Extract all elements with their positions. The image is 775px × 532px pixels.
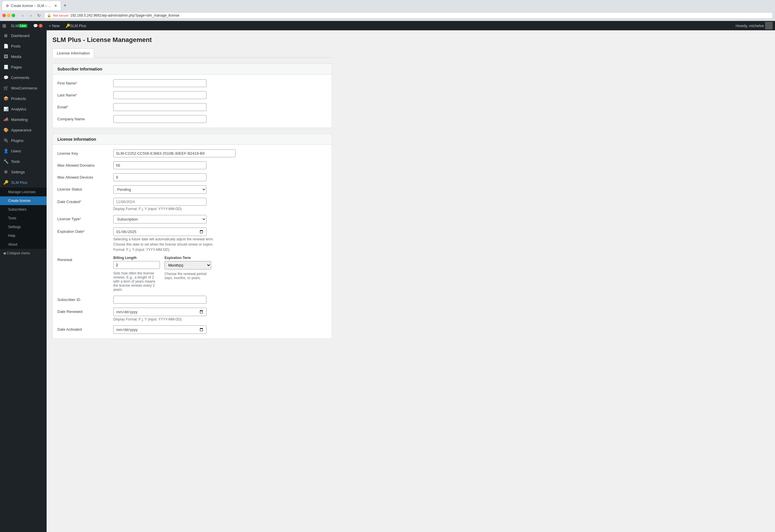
sidebar-item-manage-licenses[interactable]: Manage Licenses: [0, 188, 47, 196]
sidebar-item-marketing[interactable]: 📣 Marketing: [0, 114, 47, 125]
sidebar-item-tools-sub[interactable]: Tools: [0, 214, 47, 222]
sidebar-item-label: Marketing: [11, 117, 28, 122]
sidebar-item-dashboard[interactable]: ⊞ Dashboard: [0, 30, 47, 41]
address-bar[interactable]: 🔒 Not secure 192.168.5.242:9681/wp-admin…: [44, 12, 773, 19]
license-type-select[interactable]: Subscription Perpetual Lifetime: [113, 215, 206, 223]
new-tab-button[interactable]: +: [61, 1, 69, 10]
expiration-date-help-3: Format: F j, Y (input: YYYY-MM-DD).: [113, 247, 327, 252]
collapse-menu-button[interactable]: ◀ Collapse menu: [0, 249, 47, 257]
topbar-right: Howdy, michelve: [736, 22, 773, 29]
subscriber-id-input[interactable]: [113, 296, 206, 304]
date-created-input[interactable]: [113, 198, 206, 206]
license-type-row: License Type* Subscription Perpetual Lif…: [57, 215, 327, 223]
sidebar-item-users[interactable]: 👤 Users: [0, 146, 47, 156]
license-type-label: License Type*: [57, 215, 110, 221]
user-avatar: [765, 22, 773, 29]
browser-nav: ‹ › ↻: [19, 12, 43, 19]
sidebar-submenu-label: Create license: [8, 199, 31, 203]
sidebar-item-create-license[interactable]: Create license: [0, 196, 47, 205]
first-name-required: *: [76, 81, 77, 85]
sidebar-item-label: Plugins: [11, 138, 24, 143]
pages-icon: 📃: [3, 64, 9, 70]
plugins-icon: 🔌: [3, 137, 9, 143]
billing-length-help: Sets how often the license renews. E.g.,…: [113, 271, 160, 292]
license-key-field: [113, 149, 327, 157]
license-status-select[interactable]: Pending Active Blocked Expired: [113, 185, 206, 194]
sidebar-item-label: Media: [11, 54, 21, 59]
sidebar-item-comments[interactable]: 💬 Comments: [0, 72, 47, 83]
date-renewed-label: Date Renewed: [57, 308, 110, 314]
billing-length-input[interactable]: [113, 261, 160, 269]
sidebar-item-label: Analytics: [11, 107, 26, 111]
topbar-site-name[interactable]: SLM Live: [8, 21, 30, 30]
expiration-term-select[interactable]: Day(s) Month(s) Year(s): [164, 261, 211, 270]
email-field: [113, 103, 327, 111]
expiration-date-row: Expiration Date* Selecting a future date…: [57, 227, 327, 252]
woocommerce-icon: 🛒: [3, 85, 9, 91]
products-icon: 📦: [3, 96, 9, 101]
wp-main: SLM Plus - License Management License In…: [47, 30, 775, 532]
date-created-field: Display Format: F j, Y (input: YYYY-MM-D…: [113, 198, 327, 211]
sidebar-item-settings[interactable]: ⚙ Settings: [0, 167, 47, 177]
maximize-window-button[interactable]: [12, 14, 15, 17]
sidebar-item-media[interactable]: 🖼 Media: [0, 51, 47, 62]
last-name-row: Last Name*: [57, 91, 327, 99]
sidebar-item-woocommerce[interactable]: 🛒 WooCommerce: [0, 83, 47, 93]
sidebar-item-label: WooCommerce: [11, 86, 37, 90]
expiration-date-input[interactable]: [113, 227, 206, 236]
company-name-label: Company Name: [57, 115, 110, 121]
tools-icon: 🔧: [3, 158, 9, 164]
email-input[interactable]: [113, 103, 206, 111]
sidebar-submenu-label: Help: [8, 234, 15, 238]
tab-nav: License Information: [52, 48, 332, 58]
sidebar-item-subscribers[interactable]: Subscribers: [0, 205, 47, 214]
topbar-slm-plus[interactable]: 🔑 SLM Plus: [63, 21, 89, 30]
sidebar-item-tools[interactable]: 🔧 Tools: [0, 156, 47, 167]
close-tab-icon[interactable]: ✕: [54, 4, 57, 8]
wp-favicon: ⚙: [6, 4, 9, 8]
tab-license-information[interactable]: License Information: [52, 48, 94, 58]
first-name-input[interactable]: [113, 79, 206, 87]
date-activated-input[interactable]: [113, 326, 206, 334]
company-name-input[interactable]: [113, 115, 206, 123]
sidebar-item-settings-sub[interactable]: Settings: [0, 222, 47, 231]
renewal-label: Renewal: [57, 256, 110, 262]
max-domains-input[interactable]: [113, 161, 206, 169]
max-devices-input[interactable]: [113, 173, 206, 181]
sidebar-item-label: Products: [11, 96, 26, 101]
license-section-header: License Information: [52, 134, 332, 145]
sidebar-item-posts[interactable]: 📄 Posts: [0, 41, 47, 51]
browser-tab[interactable]: ⚙ Create license – SLM – WordPr... ✕: [2, 1, 61, 10]
forward-button[interactable]: ›: [27, 12, 34, 19]
sidebar-item-about[interactable]: About: [0, 240, 47, 249]
minimize-window-button[interactable]: [7, 14, 10, 17]
date-renewed-input[interactable]: [113, 308, 206, 316]
browser-chrome: ‹ › ↻ 🔒 Not secure 192.168.5.242:9681/wp…: [0, 10, 775, 21]
license-status-row: License Status Pending Active Blocked Ex…: [57, 185, 327, 194]
sidebar-item-plugins[interactable]: 🔌 Plugins: [0, 135, 47, 146]
analytics-icon: 📊: [3, 106, 9, 112]
topbar-comments[interactable]: 💬 0: [31, 21, 45, 30]
last-name-input[interactable]: [113, 91, 206, 99]
sidebar-item-help[interactable]: Help: [0, 231, 47, 240]
renewal-row: Renewal Billing Length Sets how often th…: [57, 256, 327, 292]
topbar-new[interactable]: + New: [46, 21, 62, 30]
window-controls: [2, 14, 15, 17]
reload-button[interactable]: ↻: [36, 12, 43, 19]
sidebar-item-pages[interactable]: 📃 Pages: [0, 62, 47, 72]
sidebar-item-slm-plus[interactable]: 🔑 SLM Plus: [0, 177, 47, 188]
sidebar-submenu: Manage Licenses Create license Subscribe…: [0, 188, 47, 249]
sidebar-item-label: Settings: [11, 170, 25, 174]
wp-logo[interactable]: ⊞: [2, 23, 6, 29]
wp-content: SLM Plus - License Management License In…: [47, 30, 338, 351]
sidebar-item-analytics[interactable]: 📊 Analytics: [0, 104, 47, 114]
close-window-button[interactable]: [2, 14, 6, 17]
license-status-field: Pending Active Blocked Expired: [113, 185, 327, 194]
sidebar-item-appearance[interactable]: 🎨 Appearance: [0, 125, 47, 135]
comment-badge: 0: [38, 24, 43, 28]
sidebar-item-products[interactable]: 📦 Products: [0, 93, 47, 104]
expiration-date-field: Selecting a future date will automatical…: [113, 227, 327, 252]
back-button[interactable]: ‹: [19, 12, 26, 19]
license-key-input[interactable]: [113, 149, 236, 157]
license-type-required: *: [79, 217, 81, 221]
